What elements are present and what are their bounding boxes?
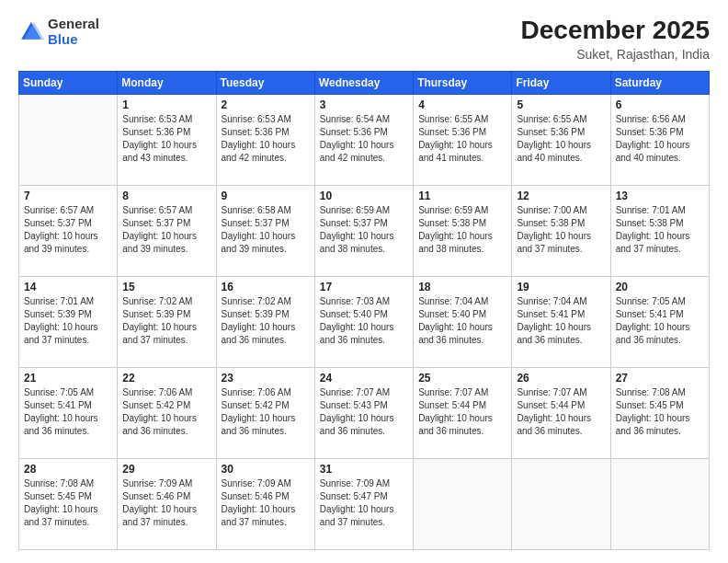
week-row-2: 7Sunrise: 6:57 AM Sunset: 5:37 PM Daylig… — [19, 185, 710, 276]
day-info: Sunrise: 6:59 AM Sunset: 5:37 PM Dayligh… — [320, 204, 408, 256]
logo-icon — [18, 19, 44, 45]
day-info: Sunrise: 6:56 AM Sunset: 5:36 PM Dayligh… — [616, 113, 704, 165]
calendar-cell — [414, 458, 512, 549]
main-title: December 2025 — [521, 17, 710, 45]
day-number: 13 — [616, 190, 704, 202]
day-number: 27 — [616, 372, 704, 385]
calendar-cell: 7Sunrise: 6:57 AM Sunset: 5:37 PM Daylig… — [19, 185, 118, 276]
calendar-cell: 29Sunrise: 7:09 AM Sunset: 5:46 PM Dayli… — [118, 458, 216, 549]
day-info: Sunrise: 6:55 AM Sunset: 5:36 PM Dayligh… — [517, 113, 605, 165]
calendar-cell: 1Sunrise: 6:53 AM Sunset: 5:36 PM Daylig… — [118, 94, 216, 185]
calendar-cell: 23Sunrise: 7:06 AM Sunset: 5:42 PM Dayli… — [216, 367, 314, 458]
day-of-week-friday: Friday — [512, 71, 610, 94]
day-number: 14 — [24, 281, 112, 293]
calendar-cell — [512, 458, 610, 549]
day-of-week-sunday: Sunday — [19, 71, 118, 94]
day-number: 7 — [24, 190, 112, 202]
day-of-week-wednesday: Wednesday — [314, 71, 413, 94]
calendar-cell: 13Sunrise: 7:01 AM Sunset: 5:38 PM Dayli… — [610, 185, 709, 276]
calendar-cell: 11Sunrise: 6:59 AM Sunset: 5:38 PM Dayli… — [414, 185, 512, 276]
logo: General Blue — [18, 17, 99, 47]
day-number: 24 — [320, 372, 408, 385]
day-info: Sunrise: 7:07 AM Sunset: 5:44 PM Dayligh… — [517, 386, 605, 438]
title-block: December 2025 Suket, Rajasthan, India — [521, 17, 710, 62]
week-row-3: 14Sunrise: 7:01 AM Sunset: 5:39 PM Dayli… — [19, 276, 710, 367]
week-row-5: 28Sunrise: 7:08 AM Sunset: 5:45 PM Dayli… — [19, 458, 710, 549]
calendar-cell: 24Sunrise: 7:07 AM Sunset: 5:43 PM Dayli… — [314, 367, 413, 458]
day-number: 18 — [418, 281, 506, 293]
logo-blue-text: Blue — [48, 32, 99, 48]
day-number: 20 — [616, 281, 704, 293]
calendar-cell: 14Sunrise: 7:01 AM Sunset: 5:39 PM Dayli… — [19, 276, 118, 367]
calendar-cell: 31Sunrise: 7:09 AM Sunset: 5:47 PM Dayli… — [314, 458, 413, 549]
day-info: Sunrise: 6:57 AM Sunset: 5:37 PM Dayligh… — [122, 204, 210, 256]
day-of-week-monday: Monday — [118, 71, 216, 94]
subtitle: Suket, Rajasthan, India — [521, 47, 710, 62]
day-info: Sunrise: 7:09 AM Sunset: 5:46 PM Dayligh… — [222, 477, 310, 529]
day-info: Sunrise: 7:00 AM Sunset: 5:38 PM Dayligh… — [517, 204, 605, 256]
logo-general-text: General — [48, 17, 99, 32]
calendar-header: SundayMondayTuesdayWednesdayThursdayFrid… — [19, 71, 710, 94]
day-info: Sunrise: 7:08 AM Sunset: 5:45 PM Dayligh… — [24, 477, 112, 529]
calendar-cell: 3Sunrise: 6:54 AM Sunset: 5:36 PM Daylig… — [314, 94, 413, 185]
calendar-cell: 8Sunrise: 6:57 AM Sunset: 5:37 PM Daylig… — [118, 185, 216, 276]
day-number: 6 — [616, 98, 704, 111]
calendar-cell: 16Sunrise: 7:02 AM Sunset: 5:39 PM Dayli… — [216, 276, 314, 367]
calendar-cell: 22Sunrise: 7:06 AM Sunset: 5:42 PM Dayli… — [118, 367, 216, 458]
day-number: 1 — [122, 98, 210, 111]
calendar-body: 1Sunrise: 6:53 AM Sunset: 5:36 PM Daylig… — [19, 94, 710, 549]
day-info: Sunrise: 7:04 AM Sunset: 5:41 PM Dayligh… — [517, 295, 605, 347]
calendar-cell: 2Sunrise: 6:53 AM Sunset: 5:36 PM Daylig… — [216, 94, 314, 185]
day-number: 5 — [517, 98, 605, 111]
day-info: Sunrise: 7:01 AM Sunset: 5:38 PM Dayligh… — [616, 204, 704, 256]
day-info: Sunrise: 7:05 AM Sunset: 5:41 PM Dayligh… — [616, 295, 704, 347]
day-info: Sunrise: 7:01 AM Sunset: 5:39 PM Dayligh… — [24, 295, 112, 347]
day-number: 3 — [320, 98, 408, 111]
calendar-cell: 10Sunrise: 6:59 AM Sunset: 5:37 PM Dayli… — [314, 185, 413, 276]
calendar-table: SundayMondayTuesdayWednesdayThursdayFrid… — [18, 71, 710, 550]
calendar-cell: 15Sunrise: 7:02 AM Sunset: 5:39 PM Dayli… — [118, 276, 216, 367]
day-info: Sunrise: 7:07 AM Sunset: 5:44 PM Dayligh… — [418, 386, 506, 438]
day-info: Sunrise: 7:05 AM Sunset: 5:41 PM Dayligh… — [24, 386, 112, 438]
day-info: Sunrise: 6:57 AM Sunset: 5:37 PM Dayligh… — [24, 204, 112, 256]
day-info: Sunrise: 7:09 AM Sunset: 5:46 PM Dayligh… — [122, 477, 210, 529]
header: General Blue December 2025 Suket, Rajast… — [18, 17, 710, 62]
logo-text: General Blue — [48, 17, 99, 47]
day-number: 11 — [418, 190, 506, 202]
calendar-cell: 19Sunrise: 7:04 AM Sunset: 5:41 PM Dayli… — [512, 276, 610, 367]
day-info: Sunrise: 7:06 AM Sunset: 5:42 PM Dayligh… — [222, 386, 310, 438]
calendar-cell: 6Sunrise: 6:56 AM Sunset: 5:36 PM Daylig… — [610, 94, 709, 185]
day-info: Sunrise: 7:07 AM Sunset: 5:43 PM Dayligh… — [320, 386, 408, 438]
day-number: 9 — [222, 190, 310, 202]
day-number: 23 — [222, 372, 310, 385]
calendar-cell — [610, 458, 709, 549]
day-number: 29 — [122, 463, 210, 476]
calendar-cell: 27Sunrise: 7:08 AM Sunset: 5:45 PM Dayli… — [610, 367, 709, 458]
day-info: Sunrise: 7:06 AM Sunset: 5:42 PM Dayligh… — [122, 386, 210, 438]
day-info: Sunrise: 7:04 AM Sunset: 5:40 PM Dayligh… — [418, 295, 506, 347]
day-of-week-tuesday: Tuesday — [216, 71, 314, 94]
day-info: Sunrise: 7:02 AM Sunset: 5:39 PM Dayligh… — [122, 295, 210, 347]
day-number: 4 — [418, 98, 506, 111]
day-info: Sunrise: 6:58 AM Sunset: 5:37 PM Dayligh… — [222, 204, 310, 256]
calendar-cell: 12Sunrise: 7:00 AM Sunset: 5:38 PM Dayli… — [512, 185, 610, 276]
page: General Blue December 2025 Suket, Rajast… — [0, 0, 728, 563]
day-number: 2 — [222, 98, 310, 111]
day-info: Sunrise: 6:55 AM Sunset: 5:36 PM Dayligh… — [418, 113, 506, 165]
day-info: Sunrise: 7:08 AM Sunset: 5:45 PM Dayligh… — [616, 386, 704, 438]
day-number: 12 — [517, 190, 605, 202]
day-number: 31 — [320, 463, 408, 476]
day-of-week-thursday: Thursday — [414, 71, 512, 94]
calendar-cell: 9Sunrise: 6:58 AM Sunset: 5:37 PM Daylig… — [216, 185, 314, 276]
calendar-cell — [19, 94, 118, 185]
week-row-4: 21Sunrise: 7:05 AM Sunset: 5:41 PM Dayli… — [19, 367, 710, 458]
header-row: SundayMondayTuesdayWednesdayThursdayFrid… — [19, 71, 710, 94]
day-number: 28 — [24, 463, 112, 476]
calendar-cell: 4Sunrise: 6:55 AM Sunset: 5:36 PM Daylig… — [414, 94, 512, 185]
calendar-cell: 26Sunrise: 7:07 AM Sunset: 5:44 PM Dayli… — [512, 367, 610, 458]
day-number: 25 — [418, 372, 506, 385]
week-row-1: 1Sunrise: 6:53 AM Sunset: 5:36 PM Daylig… — [19, 94, 710, 185]
day-number: 15 — [122, 281, 210, 293]
day-number: 30 — [222, 463, 310, 476]
calendar-cell: 20Sunrise: 7:05 AM Sunset: 5:41 PM Dayli… — [610, 276, 709, 367]
